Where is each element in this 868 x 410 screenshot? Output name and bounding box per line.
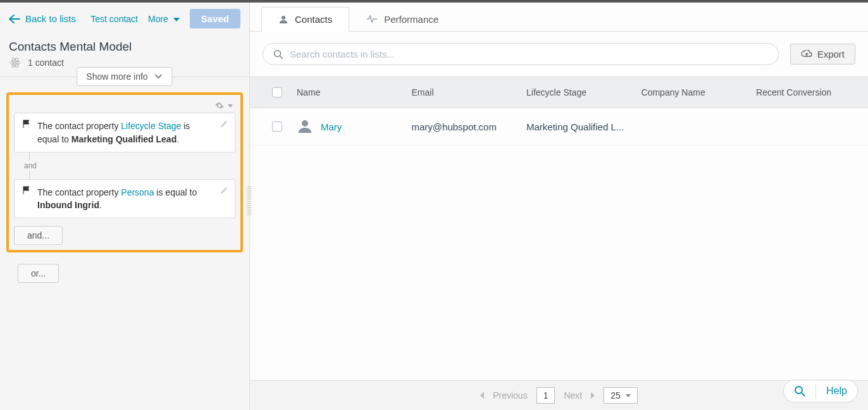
- page-size-select[interactable]: 25: [604, 387, 638, 404]
- help-widget[interactable]: Help: [783, 380, 858, 402]
- sidebar: Back to lists Test contact More Saved Co…: [0, 3, 250, 410]
- column-recent-conversion[interactable]: Recent Conversion: [751, 87, 855, 97]
- export-label: Export: [817, 49, 845, 59]
- filter-card[interactable]: The contact property Persona is equal to…: [14, 179, 235, 219]
- add-and-filter-button[interactable]: and...: [14, 226, 63, 245]
- search-icon: [794, 385, 805, 397]
- chevron-down-icon: [173, 18, 180, 22]
- pencil-icon: [220, 186, 228, 195]
- triangle-left-icon: [480, 392, 484, 399]
- list-title: Contacts Mental Model: [0, 32, 249, 56]
- help-search-button[interactable]: [784, 380, 815, 402]
- show-more-info-label: Show more info: [86, 71, 147, 82]
- arrow-left-icon: [9, 15, 20, 23]
- person-icon: [278, 15, 288, 25]
- edit-filter-button[interactable]: [220, 120, 228, 128]
- select-all-checkbox[interactable]: [272, 87, 282, 97]
- filter-connector-and: and: [24, 161, 235, 170]
- filter-property-link[interactable]: Persona: [121, 187, 154, 197]
- more-label: More: [148, 14, 168, 24]
- filter-text-suffix: .: [99, 200, 102, 210]
- filter-property-link[interactable]: Lifecycle Stage: [121, 121, 181, 131]
- page-size-value: 25: [611, 390, 621, 401]
- back-to-lists-link[interactable]: Back to lists: [9, 13, 76, 24]
- tabs: Contacts Performance: [250, 3, 868, 32]
- triangle-right-icon: [591, 392, 595, 399]
- search-icon: [273, 49, 283, 59]
- pagination: Previous 1 Next 25: [250, 380, 868, 410]
- search-contacts[interactable]: [263, 43, 779, 65]
- previous-page-button[interactable]: Previous: [493, 390, 527, 401]
- sidebar-resize-handle[interactable]: [247, 186, 252, 216]
- filter-property-value: Inbound Ingrid: [37, 200, 99, 210]
- svg-line-5: [280, 56, 283, 59]
- column-company-name[interactable]: Company Name: [636, 87, 752, 97]
- contact-lifecycle: Marketing Qualified L...: [521, 121, 636, 132]
- table-header: Name Email Lifecycle Stage Company Name …: [250, 77, 868, 108]
- column-name[interactable]: Name: [292, 87, 407, 97]
- test-contact-link[interactable]: Test contact: [90, 14, 138, 24]
- column-lifecycle-stage[interactable]: Lifecycle Stage: [521, 87, 636, 97]
- main-panel: Contacts Performance Export Name Email L…: [250, 3, 868, 410]
- edit-filter-button[interactable]: [220, 186, 228, 195]
- filter-text-prefix: The contact property: [37, 121, 121, 131]
- tab-performance[interactable]: Performance: [349, 6, 456, 31]
- filter-card[interactable]: The contact property Lifecycle Stage is …: [14, 113, 235, 152]
- help-label[interactable]: Help: [816, 380, 857, 402]
- svg-point-6: [795, 387, 802, 394]
- chevron-down-icon: [228, 104, 233, 108]
- chevron-down-icon: [154, 73, 163, 80]
- filter-text-prefix: The contact property: [37, 187, 121, 197]
- filter-property-value: Marketing Qualified Lead: [71, 134, 177, 144]
- tab-contacts[interactable]: Contacts: [261, 7, 349, 32]
- search-input[interactable]: [288, 48, 768, 60]
- back-to-lists-label: Back to lists: [25, 13, 76, 24]
- svg-line-7: [802, 393, 805, 396]
- pencil-icon: [220, 120, 228, 128]
- tab-performance-label: Performance: [384, 14, 438, 25]
- cloud-export-icon: [801, 50, 812, 59]
- add-or-filter-button[interactable]: or...: [18, 264, 59, 283]
- atom-icon: [9, 56, 22, 69]
- tab-contacts-label: Contacts: [295, 14, 332, 25]
- table-row: Mary mary@hubspot.com Marketing Qualifie…: [250, 108, 868, 146]
- page-number[interactable]: 1: [536, 387, 555, 404]
- chevron-down-icon: [626, 394, 631, 397]
- more-menu[interactable]: More: [148, 14, 180, 24]
- filter-settings-button[interactable]: [215, 100, 233, 110]
- contact-email: mary@hubspot.com: [407, 121, 522, 132]
- filter-text-mid: is equal to: [154, 187, 197, 197]
- show-more-info-button[interactable]: Show more info: [77, 67, 172, 86]
- export-button[interactable]: Export: [790, 44, 855, 65]
- next-page-button[interactable]: Next: [564, 390, 582, 401]
- svg-point-3: [15, 62, 16, 64]
- svg-point-4: [275, 50, 281, 56]
- gear-icon: [215, 101, 224, 110]
- row-checkbox[interactable]: [272, 121, 282, 132]
- saved-button[interactable]: Saved: [190, 9, 240, 28]
- flag-icon: [22, 186, 31, 195]
- column-email[interactable]: Email: [407, 87, 522, 97]
- filters-group: The contact property Lifecycle Stage is …: [6, 92, 243, 252]
- activity-icon: [366, 15, 378, 23]
- contact-count-label: 1 contact: [28, 58, 64, 68]
- flag-icon: [22, 120, 31, 128]
- contact-name-link[interactable]: Mary: [321, 121, 342, 132]
- avatar-icon: [297, 118, 313, 135]
- filter-text-suffix: .: [177, 134, 179, 144]
